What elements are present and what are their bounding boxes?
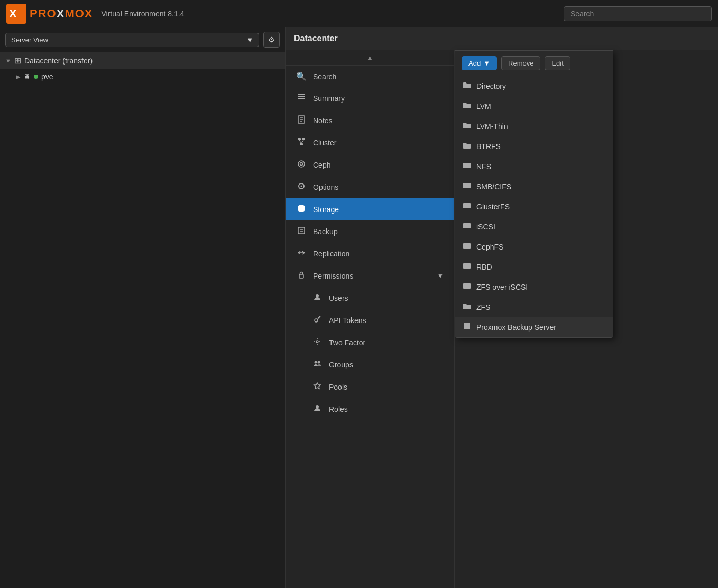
users-icon <box>312 293 323 304</box>
add-storage-button[interactable]: Add ▼ <box>462 56 497 70</box>
storage-type-smb-cifs[interactable]: SMB/CIFS <box>455 177 613 197</box>
chevron-down-icon: ▼ <box>5 58 11 64</box>
svg-rect-29 <box>464 164 466 166</box>
svg-rect-35 <box>464 204 466 206</box>
backup-icon <box>296 226 307 237</box>
menu-item-users[interactable]: Users <box>286 287 454 309</box>
menu-label-two-factor: Two Factor <box>329 338 444 347</box>
menu-label-ceph: Ceph <box>313 161 444 169</box>
storage-type-cephfs[interactable]: CephFS <box>455 237 613 257</box>
replication-icon <box>296 249 307 259</box>
server-view-label: Server View <box>11 36 48 44</box>
storage-type-nfs[interactable]: NFS <box>455 157 613 177</box>
menu-label-permissions: Permissions <box>313 272 431 280</box>
svg-rect-4 <box>298 98 305 99</box>
svg-rect-42 <box>466 244 468 246</box>
storage-type-zfs[interactable]: ZFS <box>455 297 613 317</box>
svg-line-12 <box>299 140 301 143</box>
cluster-icon <box>296 137 307 148</box>
storage-type-proxmox-backup[interactable]: Proxmox Backup Server <box>455 317 613 337</box>
svg-rect-44 <box>464 264 466 266</box>
permissions-expand-icon: ▼ <box>437 272 444 280</box>
storage-type-label: RBD <box>476 263 492 271</box>
node-icon: 🖥 <box>23 72 31 81</box>
menu-item-options[interactable]: Options <box>286 176 454 198</box>
smb-cifs-icon <box>463 181 471 192</box>
global-search-input[interactable] <box>564 6 712 21</box>
menu-item-permissions[interactable]: Permissions ▼ <box>286 265 454 287</box>
node-status-indicator <box>34 75 38 79</box>
proxmox-logo-icon: X <box>6 4 26 24</box>
storage-type-list: Directory LVM LVM-Thin <box>455 76 613 337</box>
proxmox-backup-icon <box>463 322 471 333</box>
menu-item-roles[interactable]: Roles <box>286 398 454 420</box>
menu-item-two-factor[interactable]: Two Factor <box>286 332 454 354</box>
menu-item-groups[interactable]: Groups <box>286 354 454 376</box>
menu-item-pools[interactable]: Pools <box>286 376 454 398</box>
storage-type-directory[interactable]: Directory <box>455 76 613 96</box>
menu-item-backup[interactable]: Backup <box>286 221 454 243</box>
svg-rect-21 <box>299 274 303 278</box>
storage-type-label: ZFS <box>476 303 490 311</box>
storage-type-label: BTRFS <box>476 142 501 151</box>
menu-item-storage[interactable]: Storage <box>286 198 454 221</box>
permissions-submenu: Users API Tokens Two Factor <box>286 287 454 420</box>
menu-item-api-tokens[interactable]: API Tokens <box>286 309 454 332</box>
server-view-dropdown[interactable]: Server View ▼ <box>5 33 259 47</box>
storage-type-glusterfs[interactable]: GlusterFS <box>455 197 613 217</box>
svg-rect-52 <box>465 327 467 328</box>
menu-item-replication[interactable]: Replication <box>286 243 454 265</box>
menu-label-notes: Notes <box>313 116 444 125</box>
menu-label-users: Users <box>329 294 444 302</box>
menu-item-ceph[interactable]: Ceph <box>286 154 454 176</box>
api-tokens-icon <box>312 315 323 326</box>
tree-datacenter-item[interactable]: ▼ ⊞ Datacenter (transfer) <box>0 52 285 69</box>
lvm-thin-icon <box>463 121 471 132</box>
menu-item-summary[interactable]: Summary <box>286 87 454 109</box>
edit-storage-button[interactable]: Edit <box>545 56 570 70</box>
pools-icon <box>312 382 323 392</box>
menu-item-cluster[interactable]: Cluster <box>286 132 454 154</box>
svg-rect-41 <box>464 244 466 246</box>
settings-button[interactable]: ⚙ <box>263 32 280 48</box>
menu-label-backup: Backup <box>313 227 444 236</box>
roles-icon <box>312 404 323 415</box>
svg-rect-9 <box>298 138 301 140</box>
svg-rect-50 <box>465 324 469 325</box>
menu-label-pools: Pools <box>329 383 444 391</box>
svg-line-13 <box>301 140 303 143</box>
menu-item-notes[interactable]: Notes <box>286 109 454 132</box>
menu-label-replication: Replication <box>313 250 444 258</box>
svg-point-23 <box>315 319 318 322</box>
svg-rect-3 <box>298 96 305 97</box>
svg-point-16 <box>301 186 302 187</box>
up-arrow-icon: ▲ <box>366 53 374 62</box>
svg-rect-51 <box>465 326 469 327</box>
svg-rect-36 <box>466 204 468 206</box>
menu-scroll-up[interactable]: ▲ <box>286 50 454 66</box>
storage-type-label: iSCSI <box>476 223 495 231</box>
svg-rect-18 <box>298 227 305 234</box>
svg-rect-39 <box>466 224 468 226</box>
storage-type-label: CephFS <box>476 243 503 251</box>
storage-type-label: Proxmox Backup Server <box>476 323 556 332</box>
storage-type-iscsi[interactable]: iSCSI <box>455 217 613 237</box>
top-bar: X PROXMOX Virtual Environment 8.1.4 <box>0 0 718 27</box>
storage-toolbar: Add ▼ Remove Edit <box>455 51 613 76</box>
main-layout: Server View ▼ ⚙ ▼ ⊞ Datacenter (transfer… <box>0 27 718 588</box>
storage-type-zfs-over-iscsi[interactable]: ZFS over iSCSI <box>455 277 613 297</box>
storage-type-btrfs[interactable]: BTRFS <box>455 136 613 157</box>
search-icon: 🔍 <box>296 71 307 81</box>
storage-icon <box>296 204 307 215</box>
storage-type-lvm[interactable]: LVM <box>455 96 613 116</box>
storage-type-lvm-thin[interactable]: LVM-Thin <box>455 116 613 136</box>
remove-storage-button[interactable]: Remove <box>501 56 540 70</box>
panel-header: Datacenter <box>286 27 718 50</box>
datacenter-label: Datacenter (transfer) <box>24 57 93 65</box>
storage-type-rbd[interactable]: RBD <box>455 257 613 277</box>
svg-point-25 <box>315 361 317 364</box>
svg-rect-32 <box>464 184 466 186</box>
storage-dropdown: Add ▼ Remove Edit Directory <box>455 50 613 338</box>
menu-item-search[interactable]: 🔍 Search <box>286 66 454 87</box>
tree-node-pve[interactable]: ▶ 🖥 pve <box>0 69 285 84</box>
